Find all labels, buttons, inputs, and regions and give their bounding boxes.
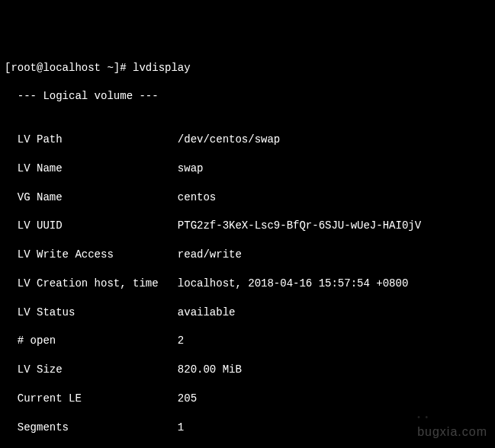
field-label: LV Path [18, 133, 178, 147]
lv1-status: LV Statusavailable [5, 306, 490, 320]
field-label: LV Size [18, 363, 178, 377]
field-value: 2 [178, 334, 184, 347]
lv-header: --- Logical volume --- [5, 89, 490, 104]
field-label: LV Status [18, 306, 178, 320]
lv1-size: LV Size820.00 MiB [5, 363, 490, 377]
lv1-current-le: Current LE205 [5, 392, 490, 406]
field-label: LV Name [18, 162, 178, 176]
field-value: swap [178, 162, 204, 174]
lv1-creation: LV Creation host, timelocalhost, 2018-04… [5, 277, 490, 291]
field-value: 1 [178, 421, 184, 434]
field-label: LV UUID [18, 219, 178, 233]
field-value: PTG2zf-3KeX-Lsc9-BfQr-6SJU-wUeJ-HAI0jV [178, 219, 421, 232]
field-label: VG Name [18, 190, 178, 205]
field-label: LV Write Access [18, 248, 178, 262]
field-label: Segments [18, 421, 178, 435]
lv1-vgname: VG Namecentos [5, 190, 490, 205]
field-value: read/write [178, 248, 242, 261]
shell-prompt[interactable]: [root@localhost ~]# lvdisplay [5, 61, 490, 75]
field-label: LV Creation host, time [18, 277, 178, 291]
watermark: • •bugxia.com [417, 408, 487, 440]
field-label: # open [18, 334, 178, 348]
lv1-open: # open2 [5, 334, 490, 348]
field-value: /dev/centos/swap [178, 133, 280, 146]
lv1-name: LV Nameswap [5, 162, 490, 176]
field-value: centos [178, 191, 216, 203]
field-value: localhost, 2018-04-16 15:57:54 +0800 [178, 277, 408, 290]
lv1-path: LV Path/dev/centos/swap [5, 133, 490, 147]
field-value: 205 [178, 392, 197, 405]
lv1-uuid: LV UUIDPTG2zf-3KeX-Lsc9-BfQr-6SJU-wUeJ-H… [5, 219, 490, 233]
field-value: available [178, 306, 236, 318]
lv1-write-access: LV Write Accessread/write [5, 248, 490, 262]
field-value: 820.00 MiB [178, 363, 242, 376]
field-label: Current LE [18, 392, 178, 406]
